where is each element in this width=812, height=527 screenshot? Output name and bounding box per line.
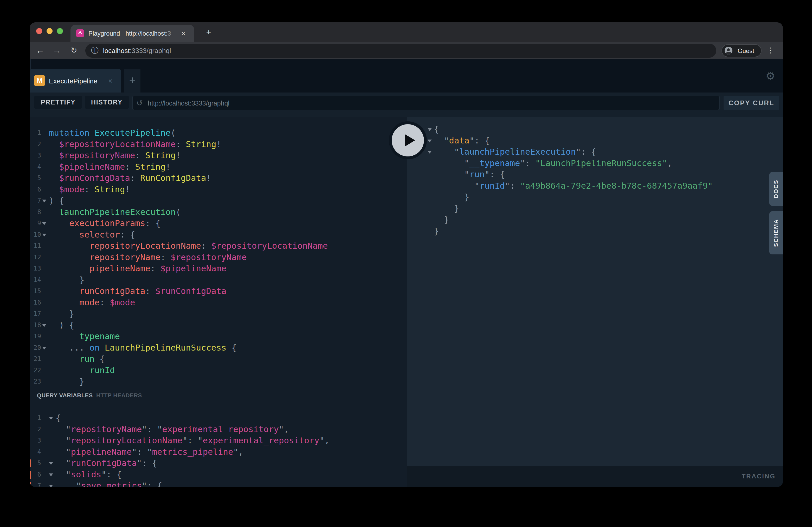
line-number: 3 [30, 435, 41, 447]
line-number: 4 [30, 447, 41, 458]
browser-tab[interactable]: Playground - http://localhost:3 × [71, 25, 194, 42]
line-number: 13 [30, 263, 41, 274]
code-line[interactable]: } [407, 203, 783, 214]
endpoint-input[interactable]: ↺ http://localhost:3333/graphql [132, 96, 720, 110]
line-number: 22 [30, 365, 41, 376]
address-bar[interactable]: ⓘ localhost:3333/graphql [85, 44, 716, 58]
code-line[interactable]: 9 executionParams: { [30, 218, 407, 229]
code-line[interactable]: 10 selector: { [30, 229, 407, 241]
code-line[interactable]: } [407, 192, 783, 203]
code-line[interactable]: 3 "repositoryLocationName": "experimenta… [30, 435, 407, 447]
execute-button[interactable] [389, 121, 427, 159]
back-icon[interactable]: ← [33, 42, 47, 59]
window-close-button[interactable] [36, 28, 42, 34]
copy-curl-button[interactable]: COPY CURL [724, 96, 779, 110]
line-number: 16 [30, 297, 41, 308]
line-number: 8 [30, 207, 41, 218]
code-line[interactable]: 2 "repositoryName": "experimental_reposi… [30, 424, 407, 435]
tab-close-icon[interactable]: × [181, 25, 186, 42]
code-line[interactable]: "__typename": "LaunchPipelineRunSuccess"… [407, 158, 783, 169]
code-line[interactable]: 8 launchPipelineExecution( [30, 207, 407, 218]
query-editor[interactable]: 1mutation ExecutePipeline(2 $repositoryL… [30, 117, 407, 386]
code-line[interactable]: 13 pipelineName: $pipelineName [30, 263, 407, 274]
code-line[interactable]: 12 repositoryName: $repositoryName [30, 252, 407, 263]
prettify-button[interactable]: PRETTIFY [34, 96, 82, 109]
code-line[interactable]: 6 $mode: String! [30, 184, 407, 195]
fold-arrow-icon[interactable] [42, 222, 46, 225]
code-line[interactable]: 5 "runConfigData": { [30, 457, 407, 469]
code-line[interactable]: 1mutation ExecutePipeline( [30, 127, 407, 139]
profile-button[interactable]: Guest [722, 44, 762, 57]
window-zoom-button[interactable] [57, 28, 63, 34]
fold-arrow-icon[interactable] [49, 485, 53, 487]
browser-menu-icon[interactable]: ⋮ [764, 42, 777, 59]
fold-arrow-icon[interactable] [42, 234, 46, 237]
tab-query-variables[interactable]: QUERY VARIABLES [37, 392, 93, 399]
settings-gear-icon[interactable]: ⚙ [761, 59, 780, 92]
code-line[interactable]: 21 run { [30, 353, 407, 365]
line-number: 20 [30, 342, 41, 354]
fold-arrow-icon[interactable] [427, 139, 432, 142]
fold-arrow-icon[interactable] [49, 462, 53, 465]
browser-window: Playground - http://localhost:3 × + ← → … [30, 22, 783, 487]
variables-pane[interactable]: QUERY VARIABLES HTTP HEADERS 1{2 "reposi… [30, 386, 407, 487]
code-line[interactable]: 23 } [30, 376, 407, 386]
fold-arrow-icon[interactable] [49, 417, 53, 420]
session-tab-close-icon[interactable]: × [108, 70, 112, 92]
fold-arrow-icon[interactable] [42, 347, 46, 349]
code-line[interactable]: 11 repositoryLocationName: $repositoryLo… [30, 240, 407, 252]
code-line[interactable]: 5 $runConfigData: RunConfigData! [30, 172, 407, 184]
code-line[interactable]: } [407, 214, 783, 226]
code-line[interactable]: 3 $repositoryName: String! [30, 150, 407, 161]
code-line[interactable]: "runId": "a49b864a-79e2-4be8-b78c-687457… [407, 180, 783, 192]
line-number: 1 [30, 127, 41, 139]
browser-toolbar: ← → ↻ ⓘ localhost:3333/graphql Guest ⋮ [30, 42, 783, 59]
code-line[interactable]: 14 } [30, 274, 407, 286]
tracing-bar[interactable]: TRACING [407, 466, 783, 487]
code-line[interactable]: "run": { [407, 169, 783, 180]
site-info-icon[interactable]: ⓘ [91, 44, 99, 58]
code-line[interactable]: 6 "solids": { [30, 469, 407, 481]
code-line[interactable]: 7) { [30, 195, 407, 207]
window-minimize-button[interactable] [46, 28, 53, 34]
code-line[interactable]: 2 $repositoryLocationName: String! [30, 139, 407, 150]
endpoint-history-icon[interactable]: ↺ [136, 96, 143, 110]
schema-tab[interactable]: SCHEMA [769, 211, 783, 254]
code-line[interactable]: "data": { [407, 135, 783, 147]
code-line[interactable]: 7 "save_metrics": { [30, 480, 407, 487]
response-pane[interactable]: { "data": { "launchPipelineExecution": {… [407, 117, 783, 466]
code-line[interactable]: 18 ) { [30, 320, 407, 331]
code-line[interactable]: 1{ [30, 412, 407, 424]
line-number: 5 [30, 172, 41, 184]
new-tab-button[interactable]: + [201, 25, 216, 40]
code-line[interactable]: "launchPipelineExecution": { [407, 146, 783, 158]
profile-avatar-icon [725, 47, 733, 55]
fold-arrow-icon[interactable] [427, 151, 432, 154]
line-number: 2 [30, 424, 41, 435]
code-line[interactable]: 20 ... on LaunchPipelineRunSuccess { [30, 342, 407, 354]
code-line[interactable]: } [407, 226, 783, 237]
fold-arrow-icon[interactable] [42, 199, 46, 202]
code-line[interactable]: 17 } [30, 308, 407, 320]
code-line[interactable]: 4 "pipelineName": "metrics_pipeline", [30, 447, 407, 458]
history-button[interactable]: HISTORY [85, 96, 129, 109]
line-number: 10 [30, 229, 41, 241]
code-line[interactable]: { [407, 124, 783, 135]
fold-arrow-icon[interactable] [427, 128, 432, 131]
code-line[interactable]: 19 __typename [30, 331, 407, 342]
session-tab[interactable]: M ExecutePipeline × [30, 70, 121, 92]
code-line[interactable]: 16 mode: $mode [30, 297, 407, 308]
line-number: 6 [30, 469, 41, 481]
reload-icon[interactable]: ↻ [67, 42, 81, 59]
tracing-label: TRACING [742, 466, 775, 487]
line-number: 9 [30, 218, 41, 229]
code-line[interactable]: 15 runConfigData: $runConfigData [30, 286, 407, 297]
fold-arrow-icon[interactable] [49, 473, 53, 476]
code-line[interactable]: 22 runId [30, 365, 407, 376]
fold-arrow-icon[interactable] [42, 324, 46, 327]
docs-tab[interactable]: DOCS [769, 172, 783, 206]
code-line[interactable]: 4 $pipelineName: String! [30, 161, 407, 173]
tab-http-headers[interactable]: HTTP HEADERS [96, 392, 142, 399]
forward-icon[interactable]: → [50, 42, 63, 59]
new-session-button[interactable]: + [124, 70, 141, 92]
